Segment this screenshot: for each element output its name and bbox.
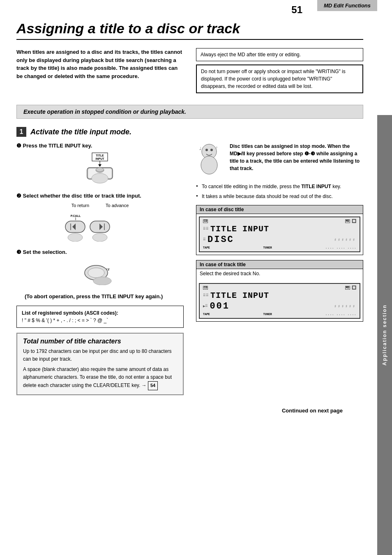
track-display-box: In case of track title Select the desire… [196,260,363,322]
ascii-box: List of registered symbols (ASCII codes)… [16,306,184,328]
notice-box-1: Always eject the MD after title entry or… [196,48,363,61]
title-input-key-svg: TITLE INPUT [80,152,121,185]
bullet-notes: To cancel title editing in the middle, p… [196,183,363,200]
svg-point-17 [68,233,83,242]
svg-marker-4 [98,164,101,167]
svg-text:♪: ♪ [216,145,217,149]
continued-text: Continued on next page [16,408,363,414]
substep1-label: ❶ Press the TITLE INPUT key. [16,143,184,149]
disc-note: Disc titles can be assigned in stop mode… [230,143,363,172]
disc-display-box: In case of disc title CD MD 🔲 ⠿⠿ TITLE I… [196,205,363,255]
step-title: Activate the title input mode. [30,128,131,136]
svg-point-26 [201,156,217,174]
total-chars-box: Total number of title characters Up to 1… [16,333,184,395]
svg-text:TITLE: TITLE [96,154,104,157]
to-return-label: To return [71,203,89,208]
svg-text:INPUT: INPUT [95,157,104,160]
svg-point-22 [93,277,111,285]
substep3-label: ❸ Set the selection. [16,249,184,255]
intro-left-text: When titles are assigned to a disc and i… [16,48,184,80]
svg-point-24 [205,149,208,151]
execute-banner: Execute operation in stopped condition o… [16,105,363,119]
to-advance-label: To advance [106,203,129,208]
nav-keys-svg: P.CALL [63,213,137,242]
abort-note: (To abort operation, press the TITLE INP… [25,292,184,301]
sidebar-label: Application section [382,304,387,366]
section-header: MD Edit Functions [317,0,377,11]
character-illustration: ♩ ♪ [196,143,223,175]
page-ref: 54 [148,381,158,390]
step-number: 1 [16,127,26,137]
svg-point-8 [92,173,108,183]
application-sidebar: Application section [377,115,392,555]
svg-text:P.CALL: P.CALL [70,214,81,217]
set-key-svg: SET [80,258,121,285]
svg-point-25 [210,149,213,151]
substep2-label: ❷ Select whether the disc title or track… [16,192,184,200]
page-title: Assigning a title to a disc or track [16,21,363,40]
notice-box-2: Do not turn power off or apply shock or … [196,64,363,93]
track-note: Select the desired track No. [196,269,363,278]
svg-point-18 [92,233,107,242]
svg-point-21 [88,268,104,278]
svg-text:♩: ♩ [199,146,201,151]
page-number: 51 [288,3,306,16]
